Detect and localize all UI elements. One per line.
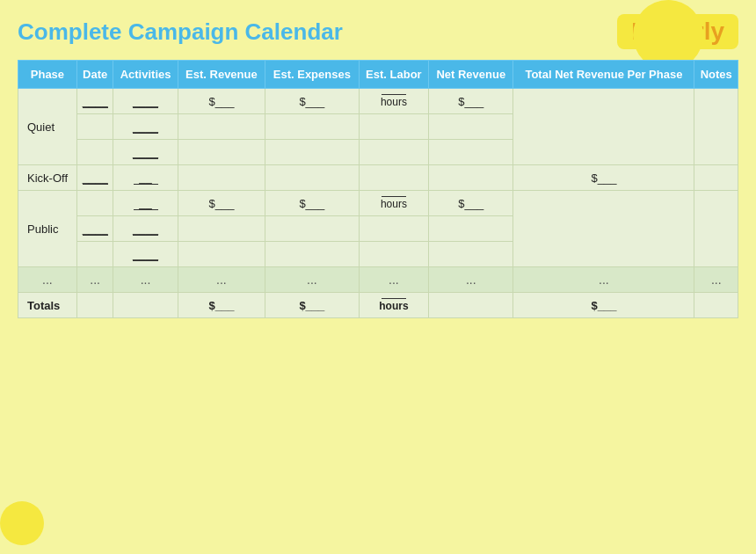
est-expenses-cell (265, 165, 360, 191)
col-notes: Notes (694, 61, 738, 89)
activity-cell: ____ (113, 89, 178, 114)
activity-cell: ____ (113, 114, 178, 140)
net-revenue-cell (429, 242, 513, 267)
col-total-net: Total Net Revenue Per Phase (513, 61, 694, 89)
hours-label: hours (381, 96, 407, 108)
col-phase: Phase (18, 61, 77, 89)
date-value: ____ (83, 222, 108, 236)
totals-total-net-cell: $___ (513, 293, 694, 318)
top-bar: Complete Campaign Calendar Donorly (18, 14, 738, 49)
net-revenue-cell (429, 165, 513, 191)
notes-cell (694, 89, 738, 165)
col-date: Date (76, 61, 113, 89)
phase-cell: Kick-Off (18, 165, 77, 191)
est-labor-cell (359, 165, 429, 191)
totals-est-labor-cell: hours (359, 293, 429, 318)
page-title: Complete Campaign Calendar (18, 18, 343, 46)
col-est-revenue: Est. Revenue (178, 61, 265, 89)
activity-cell: __ (113, 191, 178, 216)
est-revenue-cell (178, 216, 265, 242)
est-expenses-cell: $___ (265, 191, 360, 216)
phase-cell: Public (18, 191, 77, 267)
activity-value: ____ (133, 222, 158, 236)
ellipsis-cell: ... (18, 267, 77, 293)
est-expenses-cell (265, 114, 360, 140)
date-cell: ____ (76, 89, 113, 114)
net-revenue-cell: $___ (429, 191, 513, 216)
est-revenue-cell: $___ (178, 89, 265, 114)
totals-date-cell (76, 293, 113, 318)
activity-cell: __ (113, 165, 178, 191)
totals-row: Totals $___ $___ hours $___ (18, 293, 738, 318)
col-est-expenses: Est. Expenses (265, 61, 360, 89)
est-labor-cell (359, 216, 429, 242)
ellipsis-cell: ... (76, 267, 113, 293)
est-expenses-cell: $___ (265, 89, 360, 114)
hours-label: hours (381, 198, 407, 210)
activity-value: __ (134, 171, 158, 185)
date-cell (76, 140, 113, 165)
totals-est-revenue-cell: $___ (178, 293, 265, 318)
ellipsis-cell: ... (694, 267, 738, 293)
decorative-circle-bottom (0, 501, 44, 545)
est-revenue-cell (178, 114, 265, 140)
phase-cell: Quiet (18, 89, 77, 165)
est-labor-cell (359, 114, 429, 140)
est-expenses-cell (265, 242, 360, 267)
est-labor-cell (359, 140, 429, 165)
notes-cell (694, 191, 738, 267)
est-expenses-cell (265, 140, 360, 165)
ellipsis-cell: ... (429, 267, 513, 293)
hours-label: hours (379, 300, 408, 312)
est-labor-cell (359, 242, 429, 267)
activity-value: ____ (133, 120, 158, 134)
col-est-labor: Est. Labor (359, 61, 429, 89)
est-labor-cell: hours (359, 89, 429, 114)
date-value: ____ (83, 94, 108, 108)
est-labor-cell: hours (359, 191, 429, 216)
net-revenue-cell: $___ (429, 89, 513, 114)
table-row: Quiet ____ ____ $___ $___ hours $___ (18, 89, 738, 114)
ellipsis-cell: ... (178, 267, 265, 293)
activity-cell: ____ (113, 140, 178, 165)
net-revenue-cell (429, 114, 513, 140)
est-revenue-cell (178, 140, 265, 165)
est-expenses-cell (265, 216, 360, 242)
activity-value: ____ (133, 145, 158, 159)
est-revenue-cell (178, 165, 265, 191)
date-cell: ____ (76, 216, 113, 242)
activity-cell: ____ (113, 216, 178, 242)
total-net-cell (513, 191, 694, 267)
ellipsis-cell: ... (113, 267, 178, 293)
totals-net-revenue-cell (429, 293, 513, 318)
est-revenue-cell: $___ (178, 191, 265, 216)
totals-notes-cell (694, 293, 738, 318)
table-header-row: Phase Date Activities Est. Revenue Est. … (18, 61, 738, 89)
campaign-calendar-table: Phase Date Activities Est. Revenue Est. … (18, 60, 738, 318)
col-activities: Activities (113, 61, 178, 89)
activity-value: ____ (133, 94, 158, 108)
ellipsis-cell: ... (265, 267, 360, 293)
totals-est-expenses-cell: $___ (265, 293, 360, 318)
col-net-revenue: Net Revenue (429, 61, 513, 89)
date-cell (76, 114, 113, 140)
ellipsis-cell: ... (513, 267, 694, 293)
date-value: ____ (83, 171, 108, 185)
notes-cell (694, 165, 738, 191)
totals-activity-cell (113, 293, 178, 318)
net-revenue-cell (429, 216, 513, 242)
date-cell (76, 242, 113, 267)
table-row: Public __ $___ $___ hours $___ (18, 191, 738, 216)
total-net-cell: $___ (513, 165, 694, 191)
net-revenue-cell (429, 140, 513, 165)
activity-value: ____ (133, 247, 158, 261)
activity-cell: ____ (113, 242, 178, 267)
table-row: Kick-Off ____ __ $___ (18, 165, 738, 191)
ellipsis-row: ... ... ... ... ... ... ... ... ... (18, 267, 738, 293)
ellipsis-cell: ... (359, 267, 429, 293)
totals-label-cell: Totals (18, 293, 77, 318)
est-revenue-cell (178, 242, 265, 267)
date-cell (76, 191, 113, 216)
total-net-cell (513, 89, 694, 165)
date-cell: ____ (76, 165, 113, 191)
